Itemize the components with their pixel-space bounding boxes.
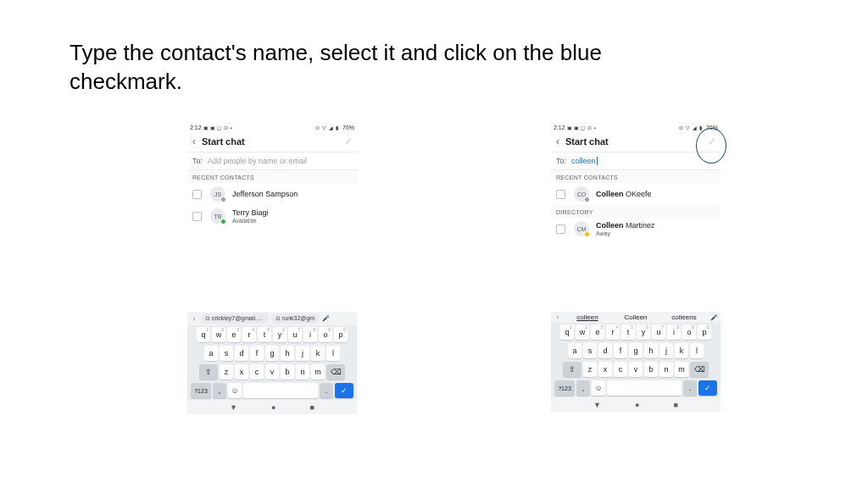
nav-home-icon[interactable]: ● <box>635 401 639 409</box>
backspace-key[interactable]: ⌫ <box>326 364 345 380</box>
key-g[interactable]: g <box>265 346 279 361</box>
key-x[interactable]: x <box>235 364 248 380</box>
key-k[interactable]: k <box>311 346 325 361</box>
key-v[interactable]: v <box>629 362 643 377</box>
key-l[interactable]: l <box>326 346 340 361</box>
key-x[interactable]: x <box>598 362 612 377</box>
key-j[interactable]: j <box>659 343 673 358</box>
key-s[interactable]: s <box>583 343 597 358</box>
key-t[interactable]: t5 <box>258 327 271 342</box>
key-i[interactable]: i8 <box>303 327 317 342</box>
enter-key[interactable]: ✓ <box>335 383 353 398</box>
enter-key[interactable]: ✓ <box>698 380 717 396</box>
suggestion[interactable]: Colleen <box>613 313 659 321</box>
key-a[interactable]: a <box>204 346 218 361</box>
key-o[interactable]: o9 <box>319 327 332 342</box>
backspace-key[interactable]: ⌫ <box>690 362 709 377</box>
key-p[interactable]: p0 <box>334 327 348 342</box>
key-s[interactable]: s <box>220 346 233 361</box>
checkbox[interactable] <box>192 190 202 199</box>
suggestion-chip[interactable]: ⊙ runk32@gm <box>271 313 319 324</box>
nav-back-icon[interactable]: ■ <box>310 403 314 412</box>
recipient-input[interactable]: Add people by name or email <box>208 157 352 165</box>
key-z[interactable]: z <box>583 362 597 377</box>
back-icon[interactable]: ‹ <box>553 136 563 147</box>
key-j[interactable]: j <box>296 346 309 361</box>
shift-key[interactable]: ⇧ <box>563 362 581 377</box>
key-l[interactable]: l <box>690 343 704 358</box>
key-e[interactable]: e3 <box>591 324 604 340</box>
contact-row[interactable]: CO Colleen OKeefe <box>551 183 721 205</box>
nav-home-icon[interactable]: ● <box>271 403 275 412</box>
checkbox[interactable] <box>556 225 565 234</box>
key-g[interactable]: g <box>629 343 643 358</box>
nav-back-icon[interactable]: ■ <box>674 401 678 409</box>
key-y[interactable]: y6 <box>637 324 650 340</box>
confirm-check-icon[interactable]: ✓ <box>342 136 355 147</box>
contact-row[interactable]: JS Jefferson Sampson <box>187 183 357 205</box>
key-e[interactable]: e3 <box>227 327 241 342</box>
key-k[interactable]: k <box>675 343 688 358</box>
comma-key[interactable]: , <box>576 380 590 396</box>
space-key[interactable] <box>607 380 682 396</box>
suggestion[interactable]: colleens <box>661 313 707 321</box>
back-icon[interactable]: ‹ <box>189 136 199 147</box>
suggestion[interactable]: colleen <box>565 313 610 321</box>
numeric-key[interactable]: ?123 <box>554 380 575 396</box>
presence-dot <box>220 197 226 202</box>
key-u[interactable]: u7 <box>288 327 302 342</box>
key-c[interactable]: c <box>614 362 627 377</box>
key-f[interactable]: f <box>250 346 264 361</box>
key-i[interactable]: i8 <box>667 324 681 340</box>
expand-icon[interactable]: › <box>554 314 562 320</box>
key-f[interactable]: f <box>614 343 627 358</box>
nav-recent-icon[interactable]: ▼ <box>230 403 237 412</box>
avatar: JS <box>210 186 225 202</box>
shift-key[interactable]: ⇧ <box>199 364 218 380</box>
key-z[interactable]: z <box>220 364 233 380</box>
key-b[interactable]: b <box>644 362 658 377</box>
key-r[interactable]: r4 <box>606 324 620 340</box>
mic-icon[interactable]: 🎤 <box>709 314 718 321</box>
mic-icon[interactable]: 🎤 <box>321 315 330 322</box>
nav-recent-icon[interactable]: ▼ <box>593 401 601 409</box>
comma-key[interactable]: , <box>213 383 226 398</box>
key-o[interactable]: o9 <box>682 324 696 340</box>
key-d[interactable]: d <box>598 343 612 358</box>
recipient-input[interactable]: colleen <box>571 157 715 165</box>
period-key[interactable]: . <box>683 380 697 396</box>
key-c[interactable]: c <box>250 364 264 380</box>
status-bar: 2:12▣▣◻⊙• ⊙▽◢▮76% <box>551 124 721 133</box>
key-n[interactable]: n <box>659 362 673 377</box>
key-y[interactable]: y6 <box>273 327 287 342</box>
key-m[interactable]: m <box>675 362 688 377</box>
key-t[interactable]: t5 <box>621 324 635 340</box>
key-u[interactable]: u7 <box>652 324 665 340</box>
key-p[interactable]: p0 <box>698 324 711 340</box>
key-h[interactable]: h <box>644 343 658 358</box>
key-r[interactable]: r4 <box>242 327 256 342</box>
space-key[interactable] <box>243 383 318 398</box>
key-w[interactable]: w2 <box>576 324 589 340</box>
contact-row[interactable]: CM Colleen Martinez Away <box>551 218 721 240</box>
numeric-key[interactable]: ?123 <box>191 383 211 398</box>
key-q[interactable]: q1 <box>197 327 210 342</box>
emoji-key[interactable]: ☺ <box>228 383 242 398</box>
key-w[interactable]: w2 <box>212 327 225 342</box>
instruction-heading: Type the contact's name, select it and c… <box>70 39 612 97</box>
suggestion-chip[interactable]: ⊙ crickley7@gmail.com <box>201 313 269 324</box>
key-a[interactable]: a <box>568 343 581 358</box>
contact-row[interactable]: TB Terry Biagi Available <box>187 205 357 227</box>
checkbox[interactable] <box>192 212 202 221</box>
key-n[interactable]: n <box>296 364 309 380</box>
emoji-key[interactable]: ☺ <box>592 380 605 396</box>
checkbox[interactable] <box>556 190 565 199</box>
key-q[interactable]: q1 <box>560 324 574 340</box>
key-m[interactable]: m <box>311 364 325 380</box>
key-h[interactable]: h <box>281 346 294 361</box>
key-v[interactable]: v <box>265 364 279 380</box>
period-key[interactable]: . <box>320 383 333 398</box>
expand-icon[interactable]: › <box>190 316 198 322</box>
key-d[interactable]: d <box>235 346 248 361</box>
key-b[interactable]: b <box>281 364 294 380</box>
